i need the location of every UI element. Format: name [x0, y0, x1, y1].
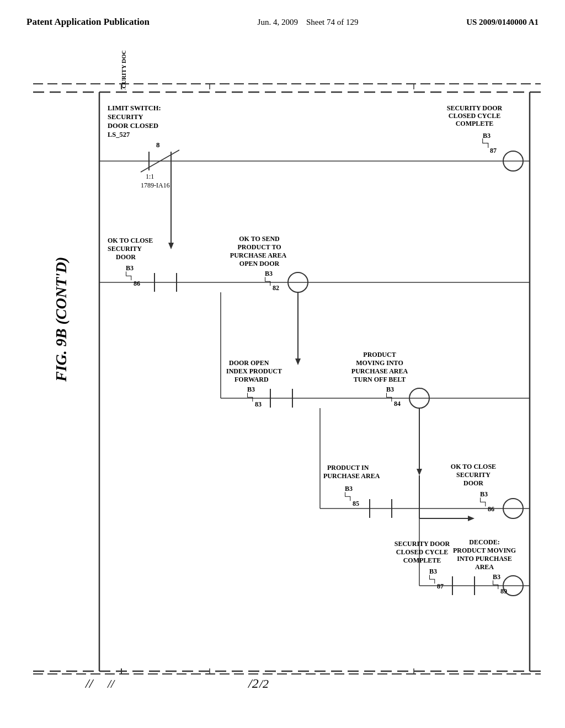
svg-text:SECURITY DOOR: SECURITY DOOR	[120, 51, 127, 96]
svg-text:B3: B3	[429, 568, 437, 575]
svg-text:1:1: 1:1	[146, 173, 154, 180]
svg-text:86: 86	[488, 505, 494, 513]
svg-text:86: 86	[134, 280, 140, 287]
svg-text:B3: B3	[480, 490, 488, 498]
svg-text:└┐: └┐	[480, 138, 491, 148]
svg-text:TURN OFF BELT: TURN OFF BELT	[354, 376, 406, 383]
svg-text:/2: /2	[258, 677, 269, 690]
svg-text:87: 87	[437, 582, 444, 590]
svg-text:83: 83	[255, 400, 262, 408]
svg-text:COMPLETE: COMPLETE	[456, 120, 494, 127]
svg-text:PURCHASE AREA: PURCHASE AREA	[351, 367, 408, 375]
svg-text:DOOR OPEN: DOOR OPEN	[229, 359, 269, 367]
svg-text:└┐: └┐	[245, 393, 255, 402]
svg-text:87: 87	[490, 147, 497, 154]
svg-text:PURCHASE AREA: PURCHASE AREA	[323, 472, 380, 480]
svg-text:B3: B3	[247, 386, 255, 393]
svg-text:└┐: └┐	[384, 393, 394, 402]
svg-text:DECODE:: DECODE:	[469, 538, 499, 546]
svg-text://: //	[106, 677, 115, 690]
svg-text:1789-IA16: 1789-IA16	[141, 181, 170, 189]
svg-text:B3: B3	[386, 386, 394, 393]
svg-text:B3: B3	[493, 573, 500, 581]
svg-text:OPEN DOOR: OPEN DOOR	[239, 260, 280, 267]
svg-text:AREA: AREA	[475, 563, 494, 571]
svg-text:/2: /2	[247, 676, 259, 690]
publication-title: Patent Application Publication	[26, 15, 150, 29]
svg-text:84: 84	[394, 400, 401, 408]
svg-text:SECURITY DOOR: SECURITY DOOR	[447, 104, 503, 112]
svg-text:82: 82	[273, 284, 279, 292]
svg-text:COMPLETE: COMPLETE	[403, 556, 441, 564]
svg-text:└┐: └┐	[427, 575, 437, 584]
svg-text:DOOR: DOOR	[463, 479, 483, 487]
svg-text:SECURITY: SECURITY	[108, 113, 143, 121]
svg-text:OK TO SEND: OK TO SEND	[239, 235, 280, 243]
svg-text:B3: B3	[265, 270, 273, 277]
svg-text:DOOR: DOOR	[116, 253, 136, 261]
svg-text:CLOSED CYCLE: CLOSED CYCLE	[396, 548, 448, 556]
publication-date: Jun. 4, 2009 Sheet 74 of 129	[258, 15, 359, 27]
svg-text:└┐: └┐	[491, 580, 500, 590]
svg-text:LIMIT SWITCH:: LIMIT SWITCH:	[108, 104, 161, 112]
svg-text:└┐: └┐	[263, 277, 273, 286]
patent-number: US 2009/0140000 A1	[466, 15, 539, 27]
svg-text:DOOR CLOSED: DOOR CLOSED	[108, 122, 158, 130]
svg-text:OK TO CLOSE: OK TO CLOSE	[451, 463, 496, 470]
svg-text:MOVING INTO: MOVING INTO	[356, 359, 403, 367]
svg-text:85: 85	[353, 500, 359, 507]
svg-text:INDEX PRODUCT: INDEX PRODUCT	[226, 367, 282, 375]
svg-text:8: 8	[156, 141, 160, 149]
svg-text:LS_527: LS_527	[108, 131, 130, 138]
svg-text:└┐: └┐	[478, 497, 488, 507]
svg-text:OK TO CLOSE: OK TO CLOSE	[108, 237, 153, 244]
svg-text:SECURITY: SECURITY	[108, 245, 142, 253]
svg-text:PRODUCT: PRODUCT	[363, 351, 396, 358]
svg-text:FIG. 9B  (CONT'D): FIG. 9B (CONT'D)	[52, 256, 70, 382]
svg-text:PRODUCT MOVING: PRODUCT MOVING	[453, 547, 516, 554]
svg-text:CLOSED CYCLE: CLOSED CYCLE	[449, 112, 500, 120]
svg-text:INTO PURCHASE: INTO PURCHASE	[457, 555, 511, 563]
svg-text:B3: B3	[345, 485, 353, 493]
svg-text:B3: B3	[483, 132, 491, 140]
svg-text:└┐: └┐	[124, 271, 134, 281]
svg-text:SECURITY DOOR: SECURITY DOOR	[395, 540, 450, 548]
svg-text:FORWARD: FORWARD	[234, 376, 269, 383]
svg-text:PRODUCT TO: PRODUCT TO	[237, 243, 281, 251]
svg-text:B3: B3	[126, 264, 134, 272]
svg-text:89: 89	[500, 587, 507, 595]
svg-text:└┐: └┐	[343, 492, 353, 501]
svg-text://: //	[84, 676, 94, 690]
svg-text:PRODUCT IN: PRODUCT IN	[327, 464, 369, 472]
page-header: Patent Application Publication Jun. 4, 2…	[0, 0, 565, 34]
patent-diagram: // /2 8 LIMIT SWITCH: SECURITY DOOR CLOS…	[0, 51, 565, 713]
diagram-area: // /2 8 LIMIT SWITCH: SECURITY DOOR CLOS…	[0, 34, 565, 707]
svg-text:SECURITY: SECURITY	[456, 471, 491, 479]
svg-text:PURCHASE AREA: PURCHASE AREA	[230, 251, 287, 259]
